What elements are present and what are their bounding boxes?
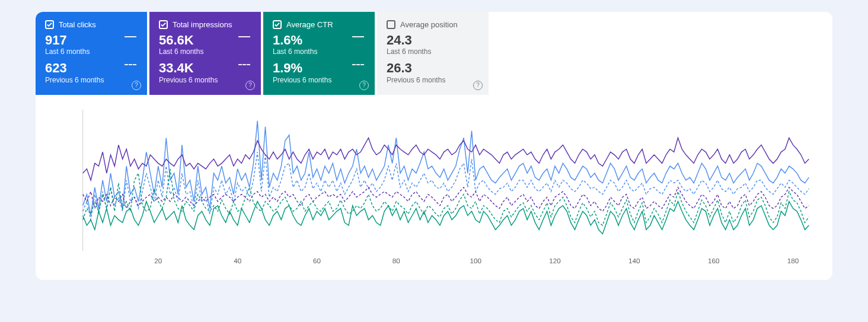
checkbox-checked-icon [273, 20, 282, 29]
metric-card-position[interactable]: Average position 24.3 Last 6 months 26.3… [377, 12, 489, 95]
metric-previous-label: Previous 6 months [45, 76, 138, 84]
chart-series-clicks-previous-6-months [83, 152, 809, 219]
x-tick: 20 [154, 257, 162, 264]
metric-current-value: 56.6K [159, 33, 251, 47]
help-icon[interactable]: ? [132, 81, 141, 90]
metric-title: Total impressions [173, 20, 232, 29]
help-icon[interactable]: ? [359, 81, 369, 90]
metric-current-label: Last 6 months [387, 47, 479, 56]
x-tick: 80 [392, 257, 400, 264]
x-tick: 100 [470, 257, 481, 264]
metric-previous-value: 26.3 [387, 60, 479, 75]
metric-previous-value: 33.4K [159, 60, 251, 75]
metric-previous-value: 1.9% [273, 60, 365, 75]
metric-card-clicks[interactable]: Total clicks 917 Last 6 months 623 Previ… [36, 12, 147, 95]
dashed-line-icon [125, 64, 136, 65]
metric-previous-label: Previous 6 months [273, 76, 365, 84]
performance-chart[interactable]: 20406080100120140160180 [77, 107, 815, 268]
checkbox-checked-icon [45, 20, 54, 29]
x-tick: 60 [313, 257, 321, 264]
x-tick: 180 [787, 257, 799, 264]
metric-current-value: 24.3 [387, 33, 479, 47]
metric-title: Total clicks [59, 20, 96, 29]
x-tick: 160 [708, 257, 720, 264]
metric-current-label: Last 6 months [273, 47, 365, 56]
metric-current-value: 917 [45, 33, 138, 47]
solid-line-icon [352, 36, 364, 37]
dashed-line-icon [238, 64, 250, 65]
x-tick: 40 [234, 257, 241, 264]
solid-line-icon [238, 36, 250, 37]
metric-title: Average position [400, 20, 458, 29]
metric-previous-label: Previous 6 months [387, 76, 479, 84]
solid-line-icon [125, 36, 136, 37]
dashed-line-icon [352, 64, 364, 65]
chart-series-ctr-last-6-months [83, 201, 809, 234]
metric-card-impressions[interactable]: Total impressions 56.6K Last 6 months 33… [149, 12, 261, 95]
metric-current-value: 1.6% [273, 33, 365, 47]
metric-title: Average CTR [286, 20, 333, 29]
metric-card-ctr[interactable]: Average CTR 1.6% Last 6 months 1.9% Prev… [263, 12, 375, 95]
performance-panel: Total clicks 917 Last 6 months 623 Previ… [36, 12, 832, 280]
help-icon[interactable]: ? [473, 81, 483, 90]
checkbox-unchecked-icon [387, 20, 395, 29]
metric-current-label: Last 6 months [45, 47, 138, 56]
checkbox-checked-icon [159, 20, 168, 29]
chart-series-ctr-previous-6-months [83, 168, 809, 225]
metric-previous-label: Previous 6 months [159, 76, 251, 84]
help-icon[interactable]: ? [245, 81, 255, 90]
x-tick: 140 [628, 257, 640, 264]
metrics-row: Total clicks 917 Last 6 months 623 Previ… [36, 12, 832, 95]
chart-series-clicks-last-6-months [83, 121, 809, 216]
x-tick: 120 [549, 257, 561, 264]
chart-container: 20406080100120140160180 [36, 95, 832, 280]
metric-current-label: Last 6 months [159, 47, 251, 56]
metric-previous-value: 623 [45, 60, 138, 75]
